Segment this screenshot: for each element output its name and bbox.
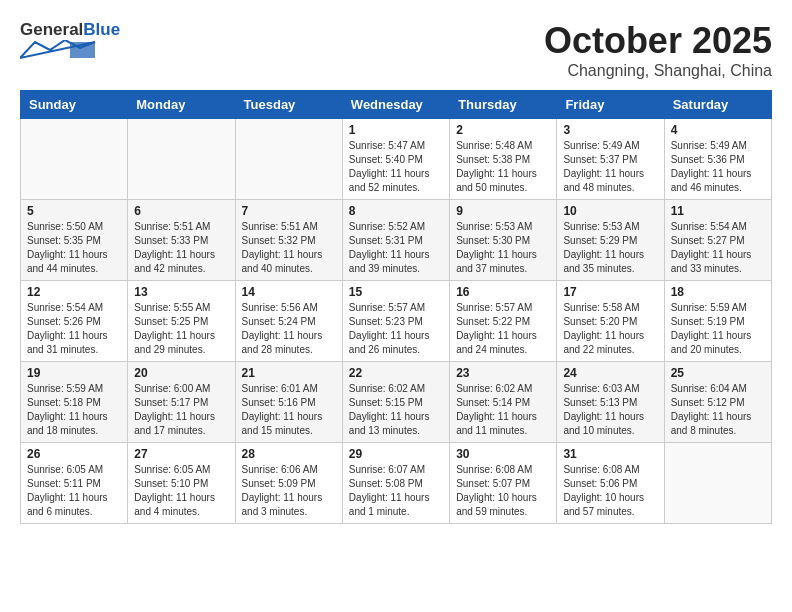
day-cell [21, 119, 128, 200]
day-info: Sunrise: 6:06 AM Sunset: 5:09 PM Dayligh… [242, 463, 336, 519]
day-number: 24 [563, 366, 657, 380]
day-info: Sunrise: 6:00 AM Sunset: 5:17 PM Dayligh… [134, 382, 228, 438]
day-number: 22 [349, 366, 443, 380]
weekday-header-row: SundayMondayTuesdayWednesdayThursdayFrid… [21, 91, 772, 119]
day-cell: 10Sunrise: 5:53 AM Sunset: 5:29 PM Dayli… [557, 200, 664, 281]
day-cell: 15Sunrise: 5:57 AM Sunset: 5:23 PM Dayli… [342, 281, 449, 362]
day-cell: 22Sunrise: 6:02 AM Sunset: 5:15 PM Dayli… [342, 362, 449, 443]
day-cell: 20Sunrise: 6:00 AM Sunset: 5:17 PM Dayli… [128, 362, 235, 443]
location: Changning, Shanghai, China [544, 62, 772, 80]
day-number: 21 [242, 366, 336, 380]
day-number: 29 [349, 447, 443, 461]
day-info: Sunrise: 6:03 AM Sunset: 5:13 PM Dayligh… [563, 382, 657, 438]
day-cell: 14Sunrise: 5:56 AM Sunset: 5:24 PM Dayli… [235, 281, 342, 362]
day-info: Sunrise: 6:07 AM Sunset: 5:08 PM Dayligh… [349, 463, 443, 519]
title-block: October 2025 Changning, Shanghai, China [544, 20, 772, 80]
day-info: Sunrise: 5:56 AM Sunset: 5:24 PM Dayligh… [242, 301, 336, 357]
day-number: 11 [671, 204, 765, 218]
day-cell: 27Sunrise: 6:05 AM Sunset: 5:10 PM Dayli… [128, 443, 235, 524]
week-row-2: 5Sunrise: 5:50 AM Sunset: 5:35 PM Daylig… [21, 200, 772, 281]
day-number: 5 [27, 204, 121, 218]
weekday-monday: Monday [128, 91, 235, 119]
day-number: 13 [134, 285, 228, 299]
day-cell: 6Sunrise: 5:51 AM Sunset: 5:33 PM Daylig… [128, 200, 235, 281]
day-info: Sunrise: 6:02 AM Sunset: 5:15 PM Dayligh… [349, 382, 443, 438]
day-cell: 31Sunrise: 6:08 AM Sunset: 5:06 PM Dayli… [557, 443, 664, 524]
weekday-thursday: Thursday [450, 91, 557, 119]
day-cell: 23Sunrise: 6:02 AM Sunset: 5:14 PM Dayli… [450, 362, 557, 443]
day-number: 8 [349, 204, 443, 218]
day-number: 7 [242, 204, 336, 218]
logo: GeneralBlue [20, 20, 120, 64]
day-number: 19 [27, 366, 121, 380]
day-number: 31 [563, 447, 657, 461]
day-number: 23 [456, 366, 550, 380]
day-cell: 2Sunrise: 5:48 AM Sunset: 5:38 PM Daylig… [450, 119, 557, 200]
day-number: 25 [671, 366, 765, 380]
day-info: Sunrise: 6:05 AM Sunset: 5:10 PM Dayligh… [134, 463, 228, 519]
day-number: 2 [456, 123, 550, 137]
day-cell: 25Sunrise: 6:04 AM Sunset: 5:12 PM Dayli… [664, 362, 771, 443]
day-info: Sunrise: 6:08 AM Sunset: 5:07 PM Dayligh… [456, 463, 550, 519]
day-info: Sunrise: 5:50 AM Sunset: 5:35 PM Dayligh… [27, 220, 121, 276]
week-row-4: 19Sunrise: 5:59 AM Sunset: 5:18 PM Dayli… [21, 362, 772, 443]
day-cell: 5Sunrise: 5:50 AM Sunset: 5:35 PM Daylig… [21, 200, 128, 281]
day-info: Sunrise: 5:55 AM Sunset: 5:25 PM Dayligh… [134, 301, 228, 357]
svg-marker-1 [70, 42, 95, 58]
day-cell: 18Sunrise: 5:59 AM Sunset: 5:19 PM Dayli… [664, 281, 771, 362]
day-cell: 30Sunrise: 6:08 AM Sunset: 5:07 PM Dayli… [450, 443, 557, 524]
day-number: 9 [456, 204, 550, 218]
day-info: Sunrise: 5:48 AM Sunset: 5:38 PM Dayligh… [456, 139, 550, 195]
day-number: 20 [134, 366, 228, 380]
day-number: 27 [134, 447, 228, 461]
day-cell: 28Sunrise: 6:06 AM Sunset: 5:09 PM Dayli… [235, 443, 342, 524]
weekday-saturday: Saturday [664, 91, 771, 119]
day-info: Sunrise: 6:08 AM Sunset: 5:06 PM Dayligh… [563, 463, 657, 519]
day-cell: 9Sunrise: 5:53 AM Sunset: 5:30 PM Daylig… [450, 200, 557, 281]
day-info: Sunrise: 5:53 AM Sunset: 5:29 PM Dayligh… [563, 220, 657, 276]
day-info: Sunrise: 5:54 AM Sunset: 5:26 PM Dayligh… [27, 301, 121, 357]
page-header: GeneralBlue October 2025 Changning, Shan… [20, 20, 772, 80]
day-number: 10 [563, 204, 657, 218]
day-cell: 21Sunrise: 6:01 AM Sunset: 5:16 PM Dayli… [235, 362, 342, 443]
weekday-friday: Friday [557, 91, 664, 119]
day-number: 14 [242, 285, 336, 299]
day-cell: 24Sunrise: 6:03 AM Sunset: 5:13 PM Dayli… [557, 362, 664, 443]
day-cell: 3Sunrise: 5:49 AM Sunset: 5:37 PM Daylig… [557, 119, 664, 200]
logo-icon [20, 40, 100, 60]
day-info: Sunrise: 5:57 AM Sunset: 5:23 PM Dayligh… [349, 301, 443, 357]
day-number: 30 [456, 447, 550, 461]
day-info: Sunrise: 5:59 AM Sunset: 5:18 PM Dayligh… [27, 382, 121, 438]
day-info: Sunrise: 5:57 AM Sunset: 5:22 PM Dayligh… [456, 301, 550, 357]
day-info: Sunrise: 5:52 AM Sunset: 5:31 PM Dayligh… [349, 220, 443, 276]
day-number: 1 [349, 123, 443, 137]
day-cell: 8Sunrise: 5:52 AM Sunset: 5:31 PM Daylig… [342, 200, 449, 281]
day-info: Sunrise: 5:47 AM Sunset: 5:40 PM Dayligh… [349, 139, 443, 195]
day-cell: 1Sunrise: 5:47 AM Sunset: 5:40 PM Daylig… [342, 119, 449, 200]
day-info: Sunrise: 5:58 AM Sunset: 5:20 PM Dayligh… [563, 301, 657, 357]
month-title: October 2025 [544, 20, 772, 62]
week-row-3: 12Sunrise: 5:54 AM Sunset: 5:26 PM Dayli… [21, 281, 772, 362]
day-info: Sunrise: 5:51 AM Sunset: 5:33 PM Dayligh… [134, 220, 228, 276]
day-number: 17 [563, 285, 657, 299]
day-cell: 11Sunrise: 5:54 AM Sunset: 5:27 PM Dayli… [664, 200, 771, 281]
day-number: 6 [134, 204, 228, 218]
day-info: Sunrise: 6:05 AM Sunset: 5:11 PM Dayligh… [27, 463, 121, 519]
week-row-5: 26Sunrise: 6:05 AM Sunset: 5:11 PM Dayli… [21, 443, 772, 524]
day-cell: 29Sunrise: 6:07 AM Sunset: 5:08 PM Dayli… [342, 443, 449, 524]
day-cell: 13Sunrise: 5:55 AM Sunset: 5:25 PM Dayli… [128, 281, 235, 362]
day-cell [235, 119, 342, 200]
day-cell: 19Sunrise: 5:59 AM Sunset: 5:18 PM Dayli… [21, 362, 128, 443]
logo-general: General [20, 20, 83, 39]
day-number: 12 [27, 285, 121, 299]
day-cell: 12Sunrise: 5:54 AM Sunset: 5:26 PM Dayli… [21, 281, 128, 362]
day-cell: 26Sunrise: 6:05 AM Sunset: 5:11 PM Dayli… [21, 443, 128, 524]
day-info: Sunrise: 5:49 AM Sunset: 5:37 PM Dayligh… [563, 139, 657, 195]
day-number: 28 [242, 447, 336, 461]
day-cell [128, 119, 235, 200]
day-number: 4 [671, 123, 765, 137]
day-info: Sunrise: 5:54 AM Sunset: 5:27 PM Dayligh… [671, 220, 765, 276]
day-number: 3 [563, 123, 657, 137]
calendar-table: SundayMondayTuesdayWednesdayThursdayFrid… [20, 90, 772, 524]
week-row-1: 1Sunrise: 5:47 AM Sunset: 5:40 PM Daylig… [21, 119, 772, 200]
